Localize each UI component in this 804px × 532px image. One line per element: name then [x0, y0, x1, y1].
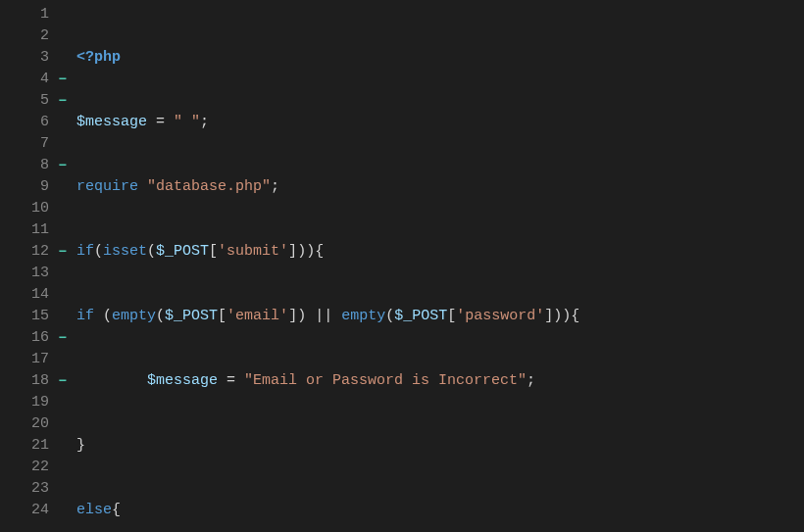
fold-collapse-icon[interactable]: −	[59, 69, 67, 90]
code-area[interactable]: <?php $message = " "; require "database.…	[55, 4, 641, 532]
code-line: }	[76, 435, 641, 457]
line-number: 14	[0, 284, 55, 306]
code-line: <?php	[76, 47, 641, 69]
line-number: 7	[0, 133, 55, 155]
line-number: 9	[0, 176, 55, 198]
line-number: 3	[0, 47, 55, 69]
line-number: 20	[0, 413, 55, 435]
code-editor: 1234−5−678−9101112−13141516−1718−1920212…	[0, 0, 804, 532]
code-line: if(isset($_POST['submit'])){	[76, 241, 641, 263]
fold-collapse-icon[interactable]: −	[59, 90, 67, 112]
line-number: 11	[0, 219, 55, 241]
code-line: $message = " ";	[76, 112, 641, 133]
line-number: 4−	[0, 69, 55, 90]
line-number: 5−	[0, 90, 55, 112]
line-number: 19	[0, 392, 55, 413]
fold-collapse-icon[interactable]: −	[59, 155, 67, 176]
line-number: 1	[0, 4, 55, 25]
line-number: 8−	[0, 155, 55, 176]
code-line: require "database.php";	[76, 176, 641, 198]
code-line: $message = "Email or Password is Incorre…	[76, 370, 641, 392]
line-number: 12−	[0, 241, 55, 263]
line-number: 21	[0, 435, 55, 457]
line-number: 22	[0, 457, 55, 478]
code-line: if (empty($_POST['email']) || empty($_PO…	[76, 306, 641, 327]
line-number: 17	[0, 349, 55, 370]
line-number: 15	[0, 306, 55, 327]
line-number: 18−	[0, 370, 55, 392]
line-number: 2	[0, 25, 55, 47]
fold-collapse-icon[interactable]: −	[59, 327, 67, 349]
line-number: 6	[0, 112, 55, 133]
fold-collapse-icon[interactable]: −	[59, 370, 67, 392]
fold-collapse-icon[interactable]: −	[59, 241, 67, 263]
php-open-tag: <?php	[76, 49, 121, 66]
line-number: 24	[0, 500, 55, 521]
line-number: 13	[0, 263, 55, 284]
line-number: 10	[0, 198, 55, 219]
line-number: 23	[0, 478, 55, 500]
code-line: else{	[76, 500, 641, 521]
gutter: 1234−5−678−9101112−13141516−1718−1920212…	[0, 4, 55, 532]
line-number: 16−	[0, 327, 55, 349]
